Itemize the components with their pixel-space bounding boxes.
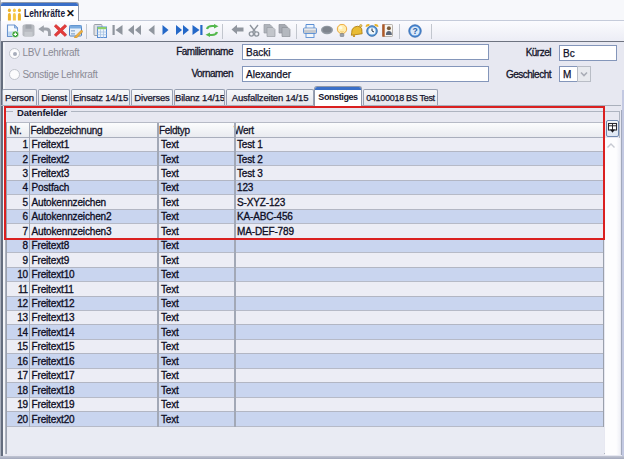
svg-text:?: ? bbox=[412, 26, 417, 36]
